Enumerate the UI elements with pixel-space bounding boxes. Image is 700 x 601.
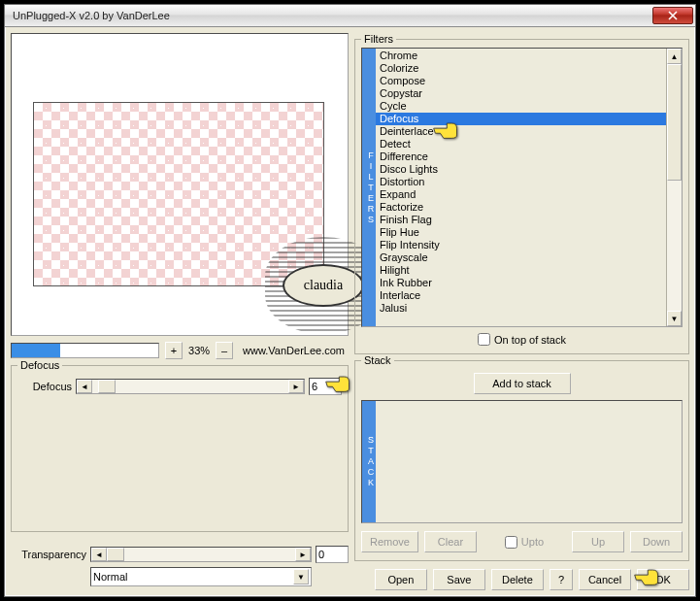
- window-title: UnPlugged-X v2.0 by VanDerLee: [13, 10, 652, 21]
- cancel-button[interactable]: Cancel: [579, 569, 631, 590]
- blend-mode-select[interactable]: Normal ▼: [90, 567, 312, 586]
- filter-item[interactable]: Grayscale: [376, 251, 666, 264]
- transparency-dec[interactable]: ◄: [91, 548, 107, 561]
- transparency-slider[interactable]: ◄ ►: [90, 547, 312, 562]
- zoom-percent: 33%: [188, 345, 210, 356]
- defocus-dec[interactable]: ◄: [77, 380, 92, 393]
- filter-item[interactable]: Interlace: [376, 289, 666, 302]
- filter-item[interactable]: Difference: [376, 150, 666, 163]
- defocus-thumb[interactable]: [98, 380, 116, 393]
- defocus-legend: Defocus: [17, 359, 62, 371]
- scroll-thumb[interactable]: [667, 64, 682, 181]
- filter-item[interactable]: Copystar: [376, 87, 666, 100]
- chevron-down-icon: ▼: [293, 569, 309, 584]
- vendor-url: www.VanDerLee.com: [239, 345, 349, 356]
- filter-item[interactable]: Distortion: [376, 176, 666, 188]
- filter-item[interactable]: Deinterlace: [376, 125, 666, 138]
- filter-item[interactable]: Disco Lights: [376, 163, 666, 176]
- on-top-label: On top of stack: [494, 334, 566, 346]
- add-to-stack-button[interactable]: Add to stack: [474, 373, 571, 394]
- stack-group: Stack Add to stack STACK Remove Clear Up…: [354, 360, 689, 561]
- zoom-out-button[interactable]: –: [216, 342, 233, 359]
- transparency-inc[interactable]: ►: [295, 548, 311, 561]
- transparency-value-input[interactable]: [316, 546, 349, 563]
- filter-item[interactable]: Chrome: [376, 50, 666, 62]
- transparency-label: Transparency: [11, 549, 86, 560]
- clear-button[interactable]: Clear: [424, 531, 477, 552]
- zoom-in-button[interactable]: +: [165, 342, 183, 359]
- scroll-up[interactable]: ▲: [667, 49, 682, 64]
- defocus-param-label: Defocus: [17, 381, 72, 392]
- preview-area[interactable]: claudia: [11, 33, 349, 336]
- filter-item[interactable]: Jalusi: [376, 302, 666, 315]
- defocus-group: Defocus Defocus ◄ ►: [11, 365, 349, 532]
- scroll-down[interactable]: ▼: [667, 311, 682, 326]
- zoom-bar[interactable]: [11, 343, 159, 358]
- filter-item[interactable]: Flip Hue: [376, 226, 666, 239]
- filter-item[interactable]: Defocus: [376, 113, 666, 125]
- down-button[interactable]: Down: [630, 531, 683, 552]
- stack-list[interactable]: STACK: [361, 400, 683, 523]
- filters-list[interactable]: ChromeColorizeComposeCopystarCycleDefocu…: [376, 49, 666, 326]
- filters-legend: Filters: [361, 33, 396, 45]
- filter-item[interactable]: Factorize: [376, 201, 666, 214]
- transparency-thumb[interactable]: [107, 548, 124, 561]
- ok-button[interactable]: OK: [637, 569, 689, 590]
- upto-label: Upto: [521, 536, 544, 548]
- filter-item[interactable]: Detect: [376, 138, 666, 150]
- filter-item[interactable]: Expand: [376, 188, 666, 201]
- filter-item[interactable]: Ink Rubber: [376, 277, 666, 289]
- filter-item[interactable]: Finish Flag: [376, 214, 666, 226]
- on-top-checkbox[interactable]: [478, 333, 490, 346]
- upto-checkbox[interactable]: [505, 536, 517, 549]
- remove-button[interactable]: Remove: [361, 531, 418, 552]
- filter-item[interactable]: Cycle: [376, 100, 666, 113]
- preview-canvas: claudia: [33, 102, 324, 286]
- defocus-inc[interactable]: ►: [288, 380, 304, 393]
- filters-scrollbar[interactable]: ▲ ▼: [666, 49, 682, 326]
- filters-side-tab: FILTERS: [362, 49, 376, 326]
- defocus-slider[interactable]: ◄ ►: [76, 379, 305, 394]
- app-window: UnPlugged-X v2.0 by VanDerLee claudia + …: [4, 4, 696, 597]
- help-button[interactable]: ?: [550, 569, 573, 590]
- titlebar: UnPlugged-X v2.0 by VanDerLee: [5, 5, 695, 27]
- filter-item[interactable]: Hilight: [376, 264, 666, 277]
- save-button[interactable]: Save: [433, 569, 485, 590]
- stack-side-tab: STACK: [362, 401, 376, 522]
- stack-legend: Stack: [361, 354, 394, 366]
- filters-group: Filters FILTERS ChromeColorizeComposeCop…: [354, 39, 689, 354]
- up-button[interactable]: Up: [572, 531, 624, 552]
- close-icon: [668, 11, 678, 20]
- delete-button[interactable]: Delete: [491, 569, 544, 590]
- defocus-value-input[interactable]: [309, 378, 342, 395]
- filter-item[interactable]: Flip Intensity: [376, 239, 666, 251]
- open-button[interactable]: Open: [375, 569, 427, 590]
- filter-item[interactable]: Compose: [376, 75, 666, 87]
- filter-item[interactable]: Colorize: [376, 62, 666, 75]
- blend-mode-value: Normal: [93, 571, 127, 583]
- close-button[interactable]: [652, 7, 693, 24]
